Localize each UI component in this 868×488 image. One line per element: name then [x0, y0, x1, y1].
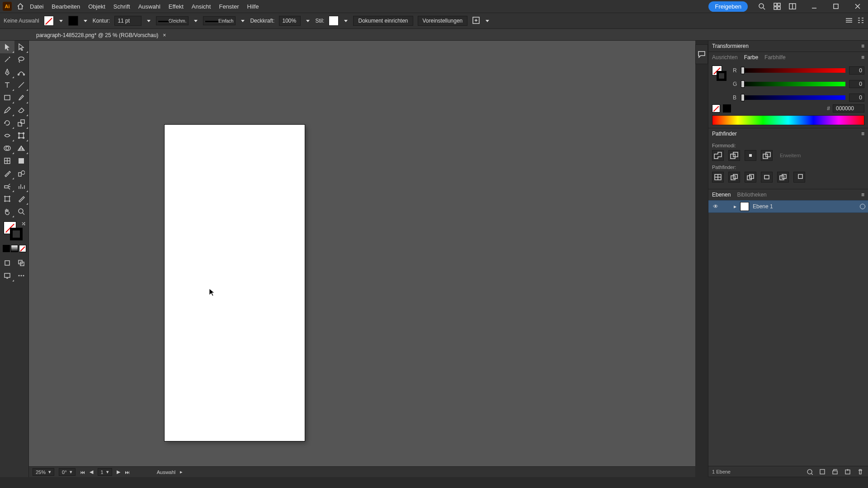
- artboard-tool[interactable]: [0, 192, 14, 205]
- pathfinder-divide-icon[interactable]: [712, 172, 724, 183]
- opacity-dropdown[interactable]: [305, 18, 311, 23]
- artboard-prev-icon[interactable]: ◀: [90, 469, 93, 475]
- stroke-swatch-dropdown[interactable]: [83, 18, 88, 23]
- zoom-tool[interactable]: [14, 205, 29, 218]
- curvature-tool[interactable]: [14, 66, 29, 79]
- color-mode-button[interactable]: [3, 245, 10, 252]
- canvas-area[interactable]: [29, 41, 695, 477]
- color-r-value[interactable]: 0: [849, 66, 864, 75]
- stroke-weight-dropdown[interactable]: [146, 18, 151, 23]
- align-to-icon[interactable]: [472, 16, 480, 26]
- color-panel-menu-icon[interactable]: ≡: [861, 54, 864, 61]
- pathfinder-outline-icon[interactable]: [777, 172, 789, 183]
- window-maximize-icon[interactable]: [831, 1, 841, 11]
- pathfinder-unite-icon[interactable]: [712, 150, 724, 161]
- colorguide-panel-tab[interactable]: Farbhilfe: [764, 54, 786, 61]
- mesh-tool[interactable]: [0, 155, 14, 167]
- window-minimize-icon[interactable]: [809, 1, 819, 11]
- color-spectrum[interactable]: [712, 115, 864, 125]
- free-transform-tool[interactable]: [14, 129, 29, 142]
- fill-swatch-dropdown[interactable]: [58, 18, 64, 23]
- transform-panel-tab[interactable]: Transformieren: [712, 43, 749, 49]
- layer-target-icon[interactable]: [860, 204, 865, 209]
- menu-ansicht[interactable]: Ansicht: [192, 3, 211, 10]
- color-none-swatch[interactable]: [712, 104, 720, 113]
- delete-layer-icon[interactable]: [856, 468, 864, 476]
- menu-bearbeiten[interactable]: Bearbeiten: [52, 3, 80, 10]
- menu-effekt[interactable]: Effekt: [169, 3, 184, 10]
- magic-wand-tool[interactable]: [0, 53, 14, 66]
- color-g-slider[interactable]: [741, 82, 845, 86]
- pathfinder-exclude-icon[interactable]: [761, 150, 773, 161]
- rotate-tool[interactable]: [0, 117, 14, 129]
- artboard-number-field[interactable]: 1▾: [98, 468, 112, 476]
- pencil-tool[interactable]: [0, 104, 14, 117]
- stroke-swatch[interactable]: [68, 16, 78, 26]
- hex-field[interactable]: 000000: [833, 104, 864, 113]
- pathfinder-panel-menu-icon[interactable]: ≡: [861, 131, 864, 137]
- color-r-slider[interactable]: [741, 68, 845, 73]
- rotation-field[interactable]: 0°▾: [59, 468, 75, 476]
- menu-objekt[interactable]: Objekt: [88, 3, 105, 10]
- color-panel-fillstroke[interactable]: [712, 66, 729, 87]
- brush-definition[interactable]: Einfach: [203, 16, 236, 25]
- lasso-tool[interactable]: [14, 53, 29, 66]
- pathfinder-panel-tab[interactable]: Pathfinder: [712, 131, 737, 137]
- locate-object-icon[interactable]: [806, 468, 814, 476]
- align-panel-tab[interactable]: Ausrichten: [712, 54, 738, 61]
- menu-auswahl[interactable]: Auswahl: [138, 3, 160, 10]
- eraser-tool[interactable]: [14, 104, 29, 117]
- pathfinder-trim-icon[interactable]: [728, 172, 740, 183]
- pathfinder-intersect-icon[interactable]: [745, 150, 756, 161]
- graphic-style-dropdown[interactable]: [343, 18, 349, 23]
- swap-fill-stroke-icon[interactable]: ⤭: [21, 221, 26, 227]
- scale-tool[interactable]: [14, 117, 29, 129]
- color-b-slider[interactable]: [741, 95, 845, 100]
- edit-toolbar-icon[interactable]: [14, 269, 29, 282]
- preferences-button[interactable]: Voreinstellungen: [418, 16, 468, 26]
- home-icon[interactable]: [15, 1, 25, 11]
- paintbrush-tool[interactable]: [14, 91, 29, 104]
- layer-name[interactable]: Ebene 1: [753, 203, 773, 210]
- layer-row[interactable]: 👁 ▸ Ebene 1: [708, 200, 868, 213]
- variable-width-profile[interactable]: Gleichm.: [156, 16, 189, 25]
- document-tab-close-icon[interactable]: ×: [163, 32, 166, 38]
- menu-datei[interactable]: Datei: [30, 3, 43, 10]
- window-close-icon[interactable]: [853, 1, 863, 11]
- color-black-swatch[interactable]: [723, 104, 731, 113]
- transform-panel-menu-icon[interactable]: ≡: [861, 43, 864, 49]
- width-tool[interactable]: [0, 129, 14, 142]
- variable-width-dropdown[interactable]: [193, 18, 198, 23]
- color-g-value[interactable]: 0: [849, 80, 864, 88]
- align-to-dropdown[interactable]: [485, 18, 490, 23]
- layer-visibility-icon[interactable]: 👁: [711, 203, 720, 210]
- new-sublayer-icon[interactable]: [831, 468, 839, 476]
- none-mode-button[interactable]: [19, 245, 26, 252]
- comments-panel-icon[interactable]: [695, 44, 708, 64]
- layer-expand-icon[interactable]: ▸: [734, 203, 736, 210]
- pathfinder-merge-icon[interactable]: [745, 172, 756, 183]
- menu-hilfe[interactable]: Hilfe: [247, 3, 259, 10]
- graphic-style-swatch[interactable]: [329, 16, 339, 26]
- menu-fenster[interactable]: Fenster: [219, 3, 239, 10]
- artboard-next-icon[interactable]: ▶: [117, 469, 120, 475]
- type-tool[interactable]: [0, 79, 14, 91]
- document-tab[interactable]: paragraph-1485228.png* @ 25 % (RGB/Vorsc…: [32, 30, 170, 40]
- share-button[interactable]: Freigeben: [708, 1, 748, 12]
- screen-mode-icon[interactable]: [0, 269, 14, 282]
- line-segment-tool[interactable]: [14, 79, 29, 91]
- color-panel-tab[interactable]: Farbe: [744, 54, 758, 61]
- artboard-next-last-icon[interactable]: ⏭: [125, 469, 130, 475]
- gradient-mode-button[interactable]: [11, 245, 18, 252]
- slice-tool[interactable]: [14, 192, 29, 205]
- arrange-docs-icon[interactable]: [788, 1, 797, 11]
- hand-tool[interactable]: [0, 205, 14, 218]
- symbol-sprayer-tool[interactable]: [0, 180, 14, 192]
- stroke-weight-field[interactable]: 11 pt: [114, 16, 142, 26]
- blend-tool[interactable]: [14, 167, 29, 180]
- document-setup-button[interactable]: Dokument einrichten: [353, 16, 413, 26]
- fill-stroke-indicator[interactable]: ⤭: [0, 221, 28, 245]
- status-menu-icon[interactable]: ▸: [180, 469, 183, 475]
- opacity-field[interactable]: 100%: [279, 16, 301, 26]
- selection-tool[interactable]: [0, 41, 14, 53]
